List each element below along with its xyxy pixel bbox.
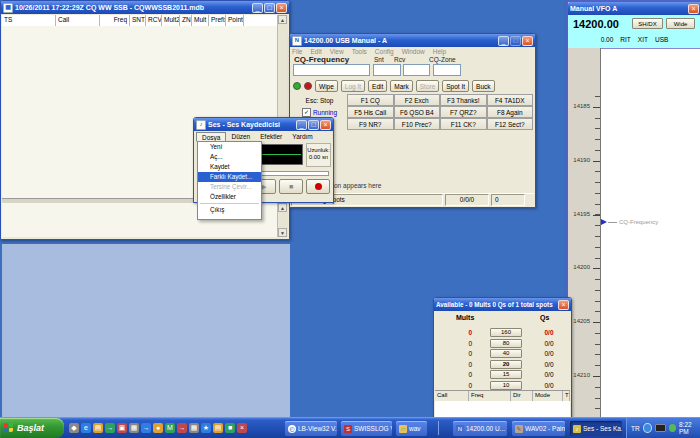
col-freq[interactable]: Freq	[100, 15, 130, 26]
close-button[interactable]: ×	[522, 36, 533, 46]
buck-button[interactable]: Buck	[472, 80, 494, 92]
resize-grip[interactable]	[527, 194, 534, 206]
task-button-wav-folder[interactable]: ▱ wav	[396, 421, 427, 436]
f5-button[interactable]: F5 His Call	[347, 106, 394, 118]
recorder-titlebar[interactable]: ♪ Ses - Ses Kaydedicisi _ □ ×	[194, 118, 333, 131]
scroll-up-icon[interactable]: ▲	[278, 203, 287, 212]
scroll-up-icon[interactable]: ▲	[278, 15, 287, 24]
task-button-swisslog[interactable]: S SWISSLOG V5	[341, 421, 392, 436]
col-call[interactable]: Call	[435, 391, 469, 401]
minimize-button[interactable]: _	[252, 3, 263, 13]
close-button[interactable]: ×	[276, 3, 287, 13]
quick-launch-icon-2[interactable]: e	[81, 423, 91, 433]
menu-tools[interactable]: Tools	[352, 48, 367, 57]
maximize-button[interactable]: □	[510, 36, 521, 46]
language-indicator[interactable]: TR	[631, 425, 640, 432]
band-button-160[interactable]: 160	[490, 328, 522, 337]
scroll-down-icon[interactable]: ▼	[278, 228, 287, 237]
col-t[interactable]: T	[563, 391, 570, 401]
col-mult[interactable]: Mult	[192, 15, 209, 26]
f7-button[interactable]: F7 QRZ?	[440, 106, 487, 118]
f11-button[interactable]: F11 CK?	[440, 118, 487, 130]
band-button-10[interactable]: 10	[490, 381, 522, 390]
close-button[interactable]: ×	[688, 4, 699, 14]
sound-recorder-window[interactable]: ♪ Ses - Ses Kaydedicisi _ □ × Dosya Düze…	[193, 117, 334, 203]
col-call[interactable]: Call	[56, 15, 100, 26]
menu-item-cikis[interactable]: Çıkış	[198, 205, 261, 215]
cq-frequency-marker-icon[interactable]	[601, 219, 607, 225]
close-button[interactable]: ×	[320, 120, 331, 130]
mark-button[interactable]: Mark	[390, 80, 412, 92]
quick-launch-icon-10[interactable]: →	[177, 423, 187, 433]
col-snt[interactable]: SNT	[130, 15, 146, 26]
quick-launch-icon-6[interactable]: ▦	[129, 423, 139, 433]
menu-item-kaydet[interactable]: Kaydet	[198, 162, 261, 172]
quick-launch-icon-13[interactable]: ▤	[213, 423, 223, 433]
menu-item-ozellikler[interactable]: Özellikler	[198, 192, 261, 202]
task-button-recorder[interactable]: ♪ Ses - Ses Ka...	[570, 421, 622, 436]
status-tray-icon[interactable]	[669, 424, 676, 432]
quick-launch-icon-15[interactable]: ×	[237, 423, 247, 433]
snt-input[interactable]	[373, 64, 401, 76]
store-button[interactable]: Store	[416, 80, 440, 92]
vfo-window[interactable]: Manual VFO A × 14200.00 SH/DX Wide 0.00 …	[566, 0, 700, 422]
col-points[interactable]: Points	[226, 15, 244, 26]
checkmark-icon[interactable]: ✓	[302, 108, 311, 117]
f4-button[interactable]: F4 TA1DX	[487, 94, 534, 106]
menu-item-yeni[interactable]: Yeni	[198, 142, 261, 152]
maximize-button[interactable]: □	[264, 3, 275, 13]
minimize-button[interactable]: _	[498, 36, 509, 46]
band-button-40[interactable]: 40	[490, 349, 522, 358]
xit-label[interactable]: XIT	[638, 36, 648, 43]
col-ts[interactable]: TS	[2, 15, 56, 26]
zone-input[interactable]	[433, 64, 461, 76]
callsign-input[interactable]	[293, 64, 370, 76]
lower-scrollbar[interactable]: ▲ ▼	[277, 203, 288, 237]
f6-button[interactable]: F6 QSO B4	[394, 106, 441, 118]
minimize-button[interactable]: _	[296, 120, 307, 130]
frequency-scale[interactable]: 14185 14190 14195 14200 14205 14210 1421…	[568, 48, 601, 420]
col-zn[interactable]: ZN	[180, 15, 192, 26]
quick-launch-icon-4[interactable]: →	[105, 423, 115, 433]
band-button-20[interactable]: 20	[490, 360, 522, 369]
logit-button[interactable]: Log It	[341, 80, 365, 92]
spotit-button[interactable]: Spot It	[442, 80, 469, 92]
shdx-button[interactable]: SH/DX	[632, 18, 663, 29]
task-button-n1mm[interactable]: N 14200.00 U...	[453, 421, 507, 436]
f8-button[interactable]: F8 Again	[487, 106, 534, 118]
mode-label[interactable]: USB	[655, 36, 668, 43]
battery-icon[interactable]	[655, 424, 667, 432]
menu-item-farkli-kaydet[interactable]: Farklı Kaydet...	[198, 172, 261, 182]
quick-launch-icon-12[interactable]: ★	[201, 423, 211, 433]
menu-item-ac[interactable]: Aç...	[198, 152, 261, 162]
col-mult2[interactable]: Mult2	[162, 15, 180, 26]
task-button-lbview[interactable]: ◴ LB-View32 V...	[285, 421, 337, 436]
rcv-input[interactable]	[403, 64, 430, 76]
task-button-paint[interactable]: ✎ WAV02 - Paint	[512, 421, 565, 436]
f2-button[interactable]: F2 Exch	[394, 94, 441, 106]
menu-yardim[interactable]: Yardım	[287, 132, 317, 142]
quick-launch-icon-5[interactable]: ▣	[117, 423, 127, 433]
col-freq[interactable]: Freq	[469, 391, 511, 401]
col-dir[interactable]: Dir	[511, 391, 533, 401]
close-button[interactable]: ×	[558, 300, 569, 310]
vfo-titlebar[interactable]: Manual VFO A ×	[568, 2, 700, 15]
stop-button[interactable]: ■	[279, 179, 303, 194]
available-window[interactable]: Available - 0 Mults 0 Qs of 1 total spot…	[433, 297, 572, 429]
start-button[interactable]: Başlat	[0, 418, 64, 438]
quick-launch-icon-3[interactable]: ▤	[93, 423, 103, 433]
f10-button[interactable]: F10 Prec?	[394, 118, 441, 130]
quick-launch-icon-11[interactable]: ▦	[189, 423, 199, 433]
cq-frequency-marker-label[interactable]: CQ-Frequency	[619, 219, 658, 225]
available-titlebar[interactable]: Available - 0 Mults 0 Qs of 1 total spot…	[434, 298, 571, 311]
clock[interactable]: 8:22 PM	[679, 421, 700, 435]
f1-button[interactable]: F1 CQ	[347, 94, 394, 106]
f3-button[interactable]: F3 Thanks!	[440, 94, 487, 106]
col-mode[interactable]: Mode	[533, 391, 563, 401]
f12-button[interactable]: F12 Sect?	[487, 118, 534, 130]
record-button[interactable]	[306, 179, 330, 194]
entry-window-titlebar[interactable]: N 14200.00 USB Manual - A _ □ ×	[290, 34, 535, 47]
quick-launch-icon-14[interactable]: ■	[225, 423, 235, 433]
col-prefix[interactable]: Prefix	[209, 15, 226, 26]
menu-item-tersine-cevir[interactable]: Tersine Çevir...	[198, 182, 261, 192]
